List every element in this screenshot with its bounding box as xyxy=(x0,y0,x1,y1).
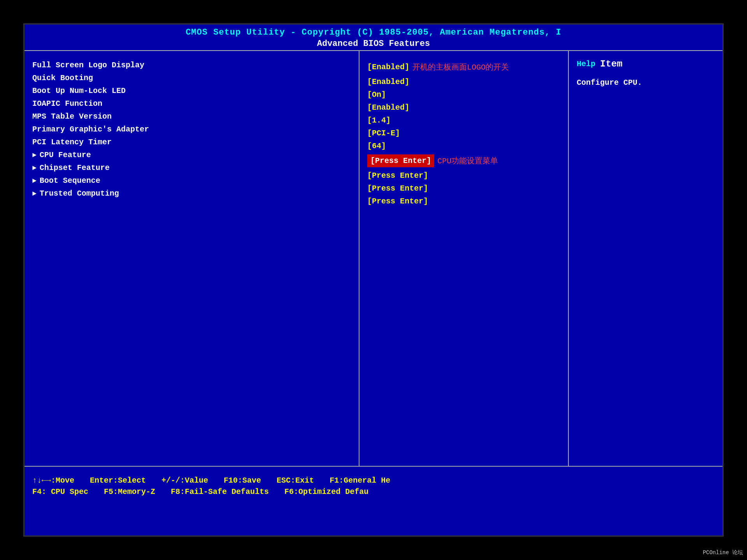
footer-row-1: ↑↓←→:Move Enter:Select +/-/:Value F10:Sa… xyxy=(32,476,715,485)
footer-f10: F10:Save xyxy=(224,476,261,485)
menu-item-boot-sequence[interactable]: ► Boot Sequence xyxy=(32,174,351,187)
value-row-0: [Enabled] 开机的主板画面LOGO的开关 xyxy=(367,59,560,75)
arrow-icon-cpu: ► xyxy=(32,151,37,159)
arrow-icon-chipset: ► xyxy=(32,164,37,172)
value-boot-num-lock: [On] xyxy=(367,88,560,101)
value-primary-graphic: [PCI-E] xyxy=(367,127,560,140)
arrow-icon-trusted: ► xyxy=(32,190,37,198)
value-chipset-feature: [Press Enter] xyxy=(367,169,560,182)
footer-f5: F5:Memory-Z xyxy=(104,487,155,496)
footer-esc: ESC:Exit xyxy=(277,476,314,485)
arrow-icon-boot: ► xyxy=(32,177,37,185)
watermark: PCOnline 论坛 xyxy=(703,549,743,556)
help-prefix: Help xyxy=(577,60,600,68)
help-header: Help Item xyxy=(577,59,715,69)
footer-move: ↑↓←→:Move xyxy=(32,476,74,485)
copyright-line: CMOS Setup Utility - Copyright (C) 1985-… xyxy=(25,28,722,37)
menu-item-cpu-feature[interactable]: ► CPU Feature xyxy=(32,149,351,161)
menu-item-primary-graphic[interactable]: Primary Graphic's Adapter xyxy=(32,123,351,136)
annotation-cpu-feature: CPU功能设置菜单 xyxy=(437,156,498,166)
help-panel: Help Item Configure CPU. xyxy=(569,51,722,466)
value-mps-table: [1.4] xyxy=(367,114,560,127)
footer-f4: F4: CPU Spec xyxy=(32,487,88,496)
menu-item-pci-latency[interactable]: PCI Latency Timer xyxy=(32,136,351,149)
value-row-cpu: [Press Enter] CPU功能设置菜单 xyxy=(367,152,560,169)
main-content: Full Screen Logo Display Quick Booting B… xyxy=(25,51,722,467)
value-cpu-feature[interactable]: [Press Enter] xyxy=(367,154,434,167)
annotation-full-screen: 开机的主板画面LOGO的开关 xyxy=(412,62,509,72)
menu-item-trusted-computing[interactable]: ► Trusted Computing xyxy=(32,187,351,200)
help-description: Configure CPU. xyxy=(577,77,715,89)
left-menu-panel: Full Screen Logo Display Quick Booting B… xyxy=(25,51,359,466)
menu-item-chipset-feature[interactable]: ► Chipset Feature xyxy=(32,161,351,174)
menu-item-quick-booting[interactable]: Quick Booting xyxy=(32,72,351,84)
bios-screen: CMOS Setup Utility - Copyright (C) 1985-… xyxy=(23,23,724,537)
value-ioapic: [Enabled] xyxy=(367,101,560,114)
footer-row-2: F4: CPU Spec F5:Memory-Z F8:Fail-Safe De… xyxy=(32,487,715,496)
value-trusted-computing: [Press Enter] xyxy=(367,195,560,208)
help-item-label: Item xyxy=(600,59,622,69)
page-title: Advanced BIOS Features xyxy=(25,39,722,49)
value-quick-booting: [Enabled] xyxy=(367,75,560,88)
footer-f8: F8:Fail-Safe Defaults xyxy=(171,487,269,496)
footer: ↑↓←→:Move Enter:Select +/-/:Value F10:Sa… xyxy=(25,467,722,506)
footer-value: +/-/:Value xyxy=(161,476,208,485)
values-panel: [Enabled] 开机的主板画面LOGO的开关 [Enabled] [On] … xyxy=(359,51,569,466)
menu-item-mps-table[interactable]: MPS Table Version xyxy=(32,110,351,123)
menu-item-boot-num-lock[interactable]: Boot Up Num-Lock LED xyxy=(32,84,351,97)
menu-item-ioapic[interactable]: IOAPIC Function xyxy=(32,97,351,110)
value-full-screen: [Enabled] xyxy=(367,61,409,74)
value-boot-sequence: [Press Enter] xyxy=(367,182,560,195)
menu-item-full-screen[interactable]: Full Screen Logo Display xyxy=(32,59,351,72)
bios-header: CMOS Setup Utility - Copyright (C) 1985-… xyxy=(25,24,722,51)
value-pci-latency: [64] xyxy=(367,140,560,152)
footer-f6: F6:Optimized Defau xyxy=(284,487,368,496)
footer-enter: Enter:Select xyxy=(90,476,146,485)
footer-f1: F1:General He xyxy=(330,476,390,485)
